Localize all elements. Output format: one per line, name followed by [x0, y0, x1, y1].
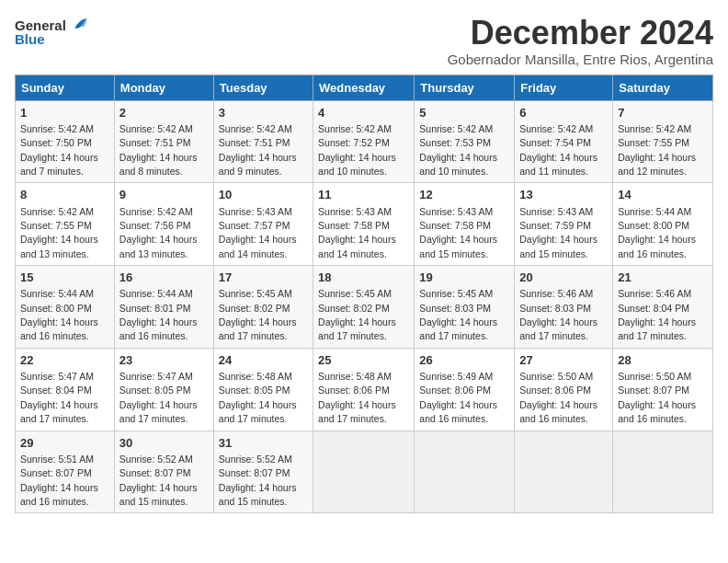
calendar-cell: 5 Sunrise: 5:42 AM Sunset: 7:53 PM Dayli…: [415, 100, 515, 183]
daylight-text: Daylight: 14 hours and 17 minutes.: [119, 399, 198, 424]
day-number: 13: [519, 187, 608, 203]
daylight-text: Daylight: 14 hours and 17 minutes.: [318, 399, 396, 424]
daylight-text: Daylight: 14 hours and 17 minutes.: [318, 316, 396, 341]
sunset-text: Sunset: 7:52 PM: [318, 137, 390, 148]
day-number: 31: [219, 435, 308, 452]
day-number: 1: [20, 105, 109, 121]
sunrise-text: Sunrise: 5:42 AM: [119, 206, 193, 217]
daylight-text: Daylight: 14 hours and 17 minutes.: [618, 316, 696, 341]
calendar-cell: 16 Sunrise: 5:44 AM Sunset: 8:01 PM Dayl…: [114, 266, 213, 349]
logo-blue: Blue: [15, 31, 45, 47]
sunset-text: Sunset: 8:07 PM: [618, 385, 689, 396]
sunrise-text: Sunrise: 5:45 AM: [219, 288, 292, 299]
daylight-text: Daylight: 14 hours and 17 minutes.: [419, 316, 497, 341]
sunrise-text: Sunrise: 5:45 AM: [419, 288, 493, 299]
day-number: 24: [219, 352, 308, 369]
sunrise-text: Sunrise: 5:46 AM: [519, 288, 593, 299]
col-header-friday: Friday: [515, 75, 613, 100]
sunset-text: Sunset: 8:05 PM: [119, 385, 191, 396]
sunrise-text: Sunrise: 5:43 AM: [519, 206, 593, 217]
sunrise-text: Sunrise: 5:42 AM: [519, 123, 593, 134]
daylight-text: Daylight: 14 hours and 17 minutes.: [219, 399, 297, 424]
daylight-text: Daylight: 14 hours and 17 minutes.: [20, 399, 98, 424]
day-number: 5: [419, 105, 509, 121]
sunrise-text: Sunrise: 5:43 AM: [419, 206, 493, 217]
logo-general: General: [15, 17, 66, 33]
sunrise-text: Sunrise: 5:52 AM: [219, 454, 292, 465]
title-block: December 2024 Gobernador Mansilla, Entre…: [448, 15, 713, 67]
day-number: 25: [318, 352, 409, 369]
daylight-text: Daylight: 14 hours and 12 minutes.: [618, 152, 696, 177]
daylight-text: Daylight: 14 hours and 16 minutes.: [618, 234, 696, 259]
daylight-text: Daylight: 14 hours and 14 minutes.: [219, 234, 297, 259]
calendar-cell: 24 Sunrise: 5:48 AM Sunset: 8:05 PM Dayl…: [213, 348, 313, 431]
day-number: 20: [519, 270, 608, 286]
day-number: 8: [20, 187, 109, 203]
sunset-text: Sunset: 8:07 PM: [219, 467, 290, 478]
daylight-text: Daylight: 14 hours and 17 minutes.: [519, 316, 597, 341]
sunrise-text: Sunrise: 5:46 AM: [618, 288, 691, 299]
sunrise-text: Sunrise: 5:51 AM: [20, 454, 94, 465]
day-number: 9: [119, 187, 209, 203]
sunset-text: Sunset: 7:51 PM: [219, 137, 290, 148]
sunset-text: Sunset: 8:06 PM: [318, 385, 390, 396]
sunset-text: Sunset: 7:55 PM: [20, 220, 92, 231]
day-number: 19: [419, 270, 509, 286]
sunrise-text: Sunrise: 5:42 AM: [318, 123, 392, 134]
calendar-cell: 1 Sunrise: 5:42 AM Sunset: 7:50 PM Dayli…: [16, 100, 115, 183]
col-header-monday: Monday: [114, 75, 213, 100]
calendar-cell: [613, 431, 713, 513]
sunrise-text: Sunrise: 5:44 AM: [20, 288, 94, 299]
day-number: 11: [318, 187, 409, 203]
day-number: 22: [20, 352, 109, 369]
daylight-text: Daylight: 14 hours and 15 minutes.: [219, 482, 297, 507]
daylight-text: Daylight: 14 hours and 17 minutes.: [219, 316, 297, 341]
sunrise-text: Sunrise: 5:44 AM: [618, 206, 691, 217]
col-header-wednesday: Wednesday: [313, 75, 415, 100]
day-number: 7: [618, 105, 708, 121]
sunset-text: Sunset: 7:51 PM: [119, 137, 191, 148]
sunset-text: Sunset: 8:06 PM: [519, 385, 591, 396]
calendar-cell: 9 Sunrise: 5:42 AM Sunset: 7:56 PM Dayli…: [114, 183, 213, 266]
day-number: 12: [419, 187, 509, 203]
day-number: 16: [119, 270, 209, 286]
day-number: 4: [318, 105, 409, 121]
sunrise-text: Sunrise: 5:48 AM: [219, 371, 292, 382]
sunset-text: Sunset: 8:04 PM: [618, 303, 689, 314]
calendar-cell: 13 Sunrise: 5:43 AM Sunset: 7:59 PM Dayl…: [515, 183, 613, 266]
sunset-text: Sunset: 7:53 PM: [419, 137, 491, 148]
col-header-tuesday: Tuesday: [213, 75, 313, 100]
daylight-text: Daylight: 14 hours and 16 minutes.: [519, 399, 597, 424]
sunset-text: Sunset: 8:07 PM: [20, 467, 92, 478]
calendar-cell: 7 Sunrise: 5:42 AM Sunset: 7:55 PM Dayli…: [613, 100, 713, 183]
calendar-cell: 15 Sunrise: 5:44 AM Sunset: 8:00 PM Dayl…: [16, 266, 115, 349]
sunset-text: Sunset: 8:02 PM: [318, 303, 390, 314]
sunset-text: Sunset: 7:58 PM: [318, 220, 390, 231]
daylight-text: Daylight: 14 hours and 13 minutes.: [20, 234, 98, 259]
calendar-cell: 6 Sunrise: 5:42 AM Sunset: 7:54 PM Dayli…: [515, 100, 613, 183]
calendar-cell: [313, 431, 415, 513]
calendar-cell: 2 Sunrise: 5:42 AM Sunset: 7:51 PM Dayli…: [114, 100, 213, 183]
sunrise-text: Sunrise: 5:42 AM: [20, 123, 94, 134]
sunset-text: Sunset: 8:02 PM: [219, 303, 290, 314]
day-number: 18: [318, 270, 409, 286]
month-title: December 2024: [448, 15, 713, 52]
sunset-text: Sunset: 7:54 PM: [519, 137, 591, 148]
location-subtitle: Gobernador Mansilla, Entre Rios, Argenti…: [448, 52, 713, 67]
page-header: General Blue December 2024 Gobernador Ma…: [15, 15, 713, 67]
calendar-cell: 17 Sunrise: 5:45 AM Sunset: 8:02 PM Dayl…: [213, 266, 313, 349]
sunrise-text: Sunrise: 5:48 AM: [318, 371, 392, 382]
sunset-text: Sunset: 7:55 PM: [618, 137, 689, 148]
sunrise-text: Sunrise: 5:43 AM: [318, 206, 392, 217]
day-number: 23: [119, 352, 209, 369]
day-number: 29: [20, 435, 109, 452]
calendar-cell: 12 Sunrise: 5:43 AM Sunset: 7:58 PM Dayl…: [415, 183, 515, 266]
daylight-text: Daylight: 14 hours and 16 minutes.: [20, 316, 98, 341]
sunset-text: Sunset: 8:07 PM: [119, 467, 191, 478]
sunset-text: Sunset: 8:00 PM: [618, 220, 689, 231]
sunrise-text: Sunrise: 5:42 AM: [219, 123, 292, 134]
calendar-cell: [515, 431, 613, 513]
sunrise-text: Sunrise: 5:42 AM: [419, 123, 493, 134]
calendar-cell: [415, 431, 515, 513]
day-number: 27: [519, 352, 608, 369]
